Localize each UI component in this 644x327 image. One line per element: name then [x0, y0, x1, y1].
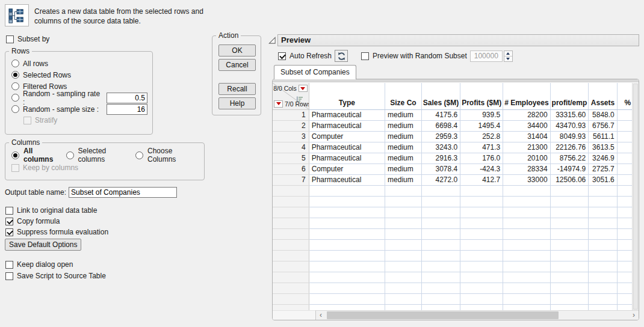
- table-cell[interactable]: [589, 250, 618, 261]
- table-cell[interactable]: [503, 228, 550, 239]
- table-cell[interactable]: [309, 261, 385, 272]
- table-cell[interactable]: -14974.9: [550, 164, 589, 174]
- table-cell[interactable]: 21300: [503, 142, 550, 153]
- table-cell[interactable]: [385, 207, 422, 218]
- table-cell[interactable]: [460, 239, 503, 250]
- link-original-checkbox[interactable]: Link to original data table: [5, 205, 97, 216]
- table-cell[interactable]: [503, 239, 550, 250]
- table-cell[interactable]: Pharmaceutical: [309, 120, 385, 131]
- table-cell[interactable]: [460, 272, 503, 283]
- sampling-rate-radio[interactable]: [11, 94, 19, 102]
- table-cell[interactable]: [385, 185, 422, 196]
- table-cell[interactable]: Computer: [309, 164, 385, 174]
- table-cell[interactable]: [421, 207, 460, 218]
- random-subset-checkbox[interactable]: Preview with Random Subset: [361, 50, 467, 61]
- suppress-formula-checkbox[interactable]: Suppress formula evaluation: [5, 227, 108, 237]
- table-cell[interactable]: [550, 272, 589, 283]
- column-header--employees[interactable]: # Employees: [503, 83, 550, 109]
- table-cell[interactable]: [460, 304, 503, 310]
- table-cell[interactable]: [589, 272, 618, 283]
- table-cell[interactable]: Pharmaceutical: [309, 142, 385, 153]
- row-number[interactable]: 4: [273, 142, 309, 153]
- table-cell[interactable]: [385, 218, 422, 228]
- filtered-rows-radio[interactable]: [11, 82, 19, 90]
- radio-sample-size[interactable]: Random - sample size :: [11, 103, 147, 115]
- table-cell[interactable]: 4272.0: [421, 174, 460, 185]
- table-cell[interactable]: [589, 185, 618, 196]
- table-cell[interactable]: [309, 228, 385, 239]
- table-cell[interactable]: 22126.76: [550, 142, 589, 153]
- table-cell[interactable]: 33315.60: [550, 109, 589, 120]
- row-number[interactable]: [273, 304, 309, 310]
- table-cell[interactable]: [550, 283, 589, 293]
- table-cell[interactable]: [309, 272, 385, 283]
- table-cell[interactable]: Computer: [309, 131, 385, 142]
- vertical-scrollbar-thumb[interactable]: [633, 84, 638, 310]
- table-cell[interactable]: 3246.9: [589, 153, 618, 164]
- table-cell[interactable]: [503, 250, 550, 261]
- table-cell[interactable]: [385, 239, 422, 250]
- table-cell[interactable]: [309, 196, 385, 207]
- radio-sampling-rate[interactable]: Random - sampling rate :: [11, 92, 147, 103]
- row-number[interactable]: [273, 283, 309, 293]
- table-cell[interactable]: 412.7: [460, 174, 503, 185]
- table-cell[interactable]: [309, 293, 385, 304]
- ok-button[interactable]: OK: [218, 44, 256, 57]
- all-rows-radio[interactable]: [11, 60, 19, 67]
- column-header-profit-emp[interactable]: profit/emp: [550, 83, 589, 109]
- row-number[interactable]: [273, 250, 309, 261]
- table-cell[interactable]: [309, 185, 385, 196]
- row-number[interactable]: 3: [273, 131, 309, 142]
- vertical-scrollbar[interactable]: [632, 83, 639, 310]
- table-cell[interactable]: [385, 250, 422, 261]
- table-cell[interactable]: [550, 196, 589, 207]
- table-cell[interactable]: [460, 293, 503, 304]
- table-cell[interactable]: [385, 261, 422, 272]
- table-cell[interactable]: [550, 239, 589, 250]
- table-cell[interactable]: [550, 207, 589, 218]
- table-cell[interactable]: [421, 272, 460, 283]
- sample-size-input[interactable]: [107, 104, 147, 115]
- cancel-button[interactable]: Cancel: [218, 59, 256, 71]
- table-cell[interactable]: 20100: [503, 153, 550, 164]
- table-cell[interactable]: [385, 272, 422, 283]
- rows-menu-icon[interactable]: [274, 100, 283, 108]
- table-cell[interactable]: [589, 261, 618, 272]
- table-cell[interactable]: 28334: [503, 164, 550, 174]
- table-cell[interactable]: [460, 283, 503, 293]
- table-cell[interactable]: [385, 293, 422, 304]
- table-cell[interactable]: [503, 218, 550, 228]
- suppress-formula-checkbox-box[interactable]: [5, 228, 13, 236]
- table-cell[interactable]: Pharmaceutical: [309, 109, 385, 120]
- horizontal-scrollbar[interactable]: ‹ ›: [316, 310, 639, 320]
- table-cell[interactable]: [503, 272, 550, 283]
- table-cell[interactable]: [421, 218, 460, 228]
- table-cell[interactable]: 6756.7: [589, 120, 618, 131]
- table-cell[interactable]: [421, 250, 460, 261]
- table-cell[interactable]: medium: [385, 164, 422, 174]
- table-cell[interactable]: medium: [385, 142, 422, 153]
- table-cell[interactable]: 4175.6: [421, 109, 460, 120]
- table-cell[interactable]: 8049.93: [550, 131, 589, 142]
- table-cell[interactable]: [421, 196, 460, 207]
- table-cell[interactable]: 28200: [503, 109, 550, 120]
- selected-columns-radio[interactable]: [66, 151, 74, 159]
- table-cell[interactable]: 2725.7: [589, 164, 618, 174]
- auto-refresh-checkbox[interactable]: Auto Refresh: [278, 50, 332, 61]
- table-cell[interactable]: 1495.4: [460, 120, 503, 131]
- table-cell[interactable]: [550, 228, 589, 239]
- column-header-profits-m-[interactable]: Profits ($M): [460, 83, 503, 109]
- table-cell[interactable]: [589, 304, 618, 310]
- recall-button[interactable]: Recall: [218, 83, 256, 95]
- table-cell[interactable]: medium: [385, 109, 422, 120]
- tab-subset-of-companies[interactable]: Subset of Companies: [274, 65, 356, 79]
- table-cell[interactable]: [460, 228, 503, 239]
- table-cell[interactable]: [550, 185, 589, 196]
- table-cell[interactable]: [589, 293, 618, 304]
- table-cell[interactable]: [589, 207, 618, 218]
- row-number[interactable]: [273, 228, 309, 239]
- selected-rows-radio[interactable]: [11, 71, 19, 79]
- horizontal-scrollbar-thumb[interactable]: [327, 311, 559, 319]
- refresh-button[interactable]: [335, 50, 348, 62]
- table-cell[interactable]: [550, 218, 589, 228]
